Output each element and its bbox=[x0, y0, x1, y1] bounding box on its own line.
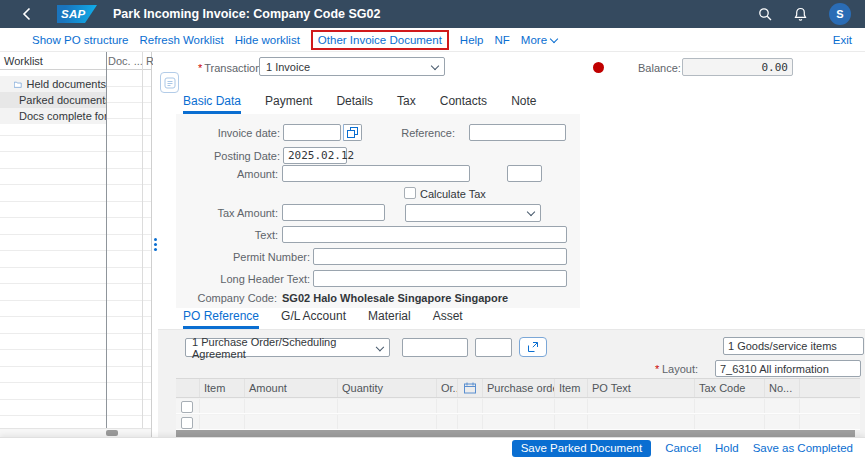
tab-tax[interactable]: Tax bbox=[397, 94, 416, 114]
main-panel: *Transaction: 1 Invoice Balance: 0.00 Ba… bbox=[158, 52, 865, 437]
text-label: Text: bbox=[176, 229, 278, 241]
worklist-column-doc[interactable]: Doc. ... bbox=[108, 55, 143, 67]
other-invoice-document-button[interactable]: Other Invoice Document bbox=[318, 34, 442, 46]
tab-po-reference[interactable]: PO Reference bbox=[183, 309, 259, 329]
hide-worklist-button[interactable]: Hide worklist bbox=[235, 34, 300, 46]
select-all-column[interactable] bbox=[176, 379, 200, 397]
column-calendar[interactable] bbox=[458, 379, 483, 397]
show-po-structure-button[interactable]: Show PO structure bbox=[32, 34, 129, 46]
row-checkbox[interactable] bbox=[181, 417, 193, 429]
worklist-column-divider bbox=[142, 52, 143, 428]
page-title: Park Incoming Invoice: Company Code SG02 bbox=[113, 7, 380, 21]
items-table-header: Item Amount Quantity Or... Purchase orde… bbox=[176, 378, 860, 398]
footer-bar: Save Parked Document Cancel Hold Save as… bbox=[0, 437, 865, 458]
park-incoming-invoice-screen: SAP Park Incoming Invoice: Company Code … bbox=[0, 0, 865, 458]
red-annotation-box: Other Invoice Document bbox=[311, 30, 449, 50]
back-icon bbox=[22, 7, 31, 21]
worklist-item-held-documents[interactable]: Held documents bbox=[0, 76, 106, 92]
invoice-date-label: Invoice date: bbox=[176, 127, 280, 139]
calendar-icon bbox=[464, 382, 476, 394]
tab-details[interactable]: Details bbox=[336, 94, 373, 114]
row-checkbox[interactable] bbox=[181, 401, 193, 413]
refresh-worklist-button[interactable]: Refresh Worklist bbox=[140, 34, 224, 46]
tax-amount-field[interactable] bbox=[282, 204, 385, 221]
worklist-panel: Worklist Doc. ... R Held documents Parke… bbox=[0, 52, 152, 437]
status-red-dot bbox=[593, 62, 604, 73]
expand-po-button[interactable] bbox=[519, 337, 547, 357]
toolbar: Show PO structure Refresh Worklist Hide … bbox=[0, 28, 865, 52]
column-amount[interactable]: Amount bbox=[245, 379, 338, 397]
layout-field[interactable]: 7_6310 All information bbox=[715, 360, 861, 377]
table-row[interactable] bbox=[176, 399, 860, 414]
po-type-select[interactable]: 1 Purchase Order/Scheduling Agreement bbox=[185, 338, 390, 357]
scrollbar-thumb[interactable] bbox=[106, 430, 118, 436]
help-button[interactable]: Help bbox=[460, 34, 484, 46]
tab-asset[interactable]: Asset bbox=[433, 309, 463, 329]
tab-note[interactable]: Note bbox=[511, 94, 536, 114]
save-as-completed-button[interactable]: Save as Completed bbox=[753, 442, 853, 454]
worklist-item-docs-complete[interactable]: Docs complete for p bbox=[0, 108, 106, 124]
column-item[interactable]: Item bbox=[200, 379, 245, 397]
reference-field[interactable] bbox=[469, 124, 566, 141]
chevron-down-icon bbox=[376, 342, 384, 350]
tab-payment[interactable]: Payment bbox=[265, 94, 312, 114]
column-item2[interactable]: Item bbox=[555, 379, 588, 397]
save-parked-document-button[interactable]: Save Parked Document bbox=[512, 440, 651, 457]
column-quantity[interactable]: Quantity bbox=[338, 379, 437, 397]
transaction-select[interactable]: 1 Invoice bbox=[259, 57, 445, 76]
company-code-value: SG02 Halo Wholesale Singapore Singapore bbox=[282, 292, 572, 304]
column-or[interactable]: Or... bbox=[437, 379, 458, 397]
worklist-toggle-icon bbox=[164, 77, 176, 89]
calculate-tax-label: Calculate Tax bbox=[420, 188, 510, 200]
search-icon[interactable] bbox=[758, 7, 772, 21]
required-marker: * bbox=[655, 363, 659, 375]
long-header-text-label: Long Header Text: bbox=[176, 273, 310, 285]
posting-date-field[interactable]: 2025.02.12 bbox=[283, 147, 347, 164]
drag-handle[interactable] bbox=[154, 238, 157, 241]
tab-material[interactable]: Material bbox=[368, 309, 411, 329]
po-reference-section: 1 Purchase Order/Scheduling Agreement 1 … bbox=[158, 329, 865, 437]
required-marker: * bbox=[198, 62, 202, 74]
chevron-down-icon bbox=[527, 208, 535, 216]
balance-field[interactable]: 0.00 bbox=[682, 58, 793, 76]
basic-data-form: Invoice date: Reference: Posting Date: 2… bbox=[176, 114, 580, 308]
currency-field[interactable] bbox=[507, 165, 542, 182]
column-po-text[interactable]: PO Text bbox=[588, 379, 695, 397]
cancel-button[interactable]: Cancel bbox=[665, 442, 701, 454]
date-value-help-button[interactable] bbox=[343, 124, 362, 141]
more-menu-button[interactable]: More bbox=[521, 34, 557, 46]
column-tax-code[interactable]: Tax Code bbox=[695, 379, 765, 397]
posting-date-label: Posting Date: bbox=[176, 150, 280, 162]
back-button[interactable] bbox=[22, 7, 31, 21]
header-tab-strip: Basic Data Payment Details Tax Contacts … bbox=[158, 88, 718, 114]
tab-gl-account[interactable]: G/L Account bbox=[281, 309, 346, 329]
item-tab-strip: PO Reference G/L Account Material Asset bbox=[158, 308, 865, 329]
user-avatar[interactable]: S bbox=[829, 3, 851, 25]
table-row[interactable] bbox=[176, 415, 860, 430]
column-no[interactable]: No... bbox=[765, 379, 800, 397]
tax-code-select[interactable] bbox=[405, 204, 541, 222]
nf-button[interactable]: NF bbox=[495, 34, 510, 46]
worklist-item-parked-documents[interactable]: Parked documents bbox=[0, 92, 106, 108]
notifications-bell-icon[interactable] bbox=[794, 7, 807, 21]
shell-header: SAP Park Incoming Invoice: Company Code … bbox=[0, 0, 865, 28]
po-item-field[interactable] bbox=[475, 338, 512, 357]
tab-basic-data[interactable]: Basic Data bbox=[183, 94, 241, 114]
transaction-label: *Transaction: bbox=[198, 62, 258, 74]
permit-number-field[interactable] bbox=[313, 248, 567, 265]
amount-field[interactable] bbox=[282, 165, 470, 182]
po-number-field[interactable] bbox=[402, 338, 468, 357]
goods-service-items-select[interactable]: 1 Goods/service items bbox=[723, 337, 864, 355]
worklist-column-divider bbox=[106, 52, 107, 428]
text-field[interactable] bbox=[282, 226, 567, 243]
column-purchase-order[interactable]: Purchase order bbox=[483, 379, 555, 397]
invoice-date-field[interactable] bbox=[283, 124, 341, 141]
hold-button[interactable]: Hold bbox=[715, 442, 739, 454]
folder-icon bbox=[14, 79, 22, 90]
value-help-icon bbox=[347, 127, 358, 138]
worklist-horizontal-scrollbar[interactable] bbox=[0, 428, 151, 437]
exit-button[interactable]: Exit bbox=[833, 34, 852, 46]
tab-contacts[interactable]: Contacts bbox=[440, 94, 487, 114]
long-header-text-field[interactable] bbox=[313, 270, 567, 287]
calculate-tax-checkbox[interactable] bbox=[404, 187, 416, 199]
